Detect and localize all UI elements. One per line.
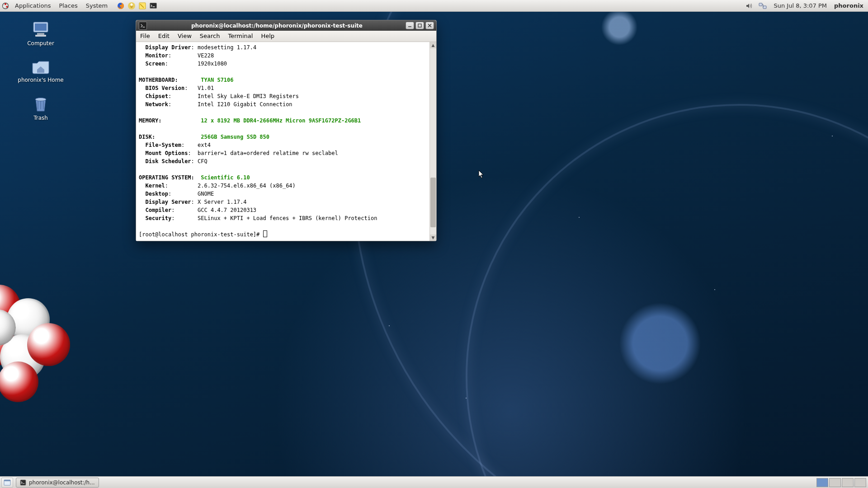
svg-rect-15 [418, 24, 421, 27]
terminal-icon [20, 479, 26, 486]
svg-point-14 [35, 98, 46, 101]
svg-point-3 [6, 6, 8, 8]
bottom-panel: phoronix@localhost:/h... [0, 476, 868, 488]
wallpaper-star [714, 289, 715, 290]
taskbar-button-label: phoronix@localhost:/h... [29, 479, 95, 486]
svg-rect-8 [759, 3, 762, 6]
svg-point-1 [5, 3, 6, 5]
scrollbar-down-button[interactable]: ▼ [430, 235, 436, 241]
terminal-scrollbar[interactable]: ▲ ▼ [429, 42, 436, 241]
menu-system[interactable]: System [82, 0, 112, 11]
folder-home-icon [31, 58, 51, 75]
wallpaper-star [579, 217, 580, 218]
menu-edit[interactable]: Edit [154, 31, 174, 42]
workspace-switcher[interactable] [816, 478, 866, 487]
wallpaper-star [832, 136, 833, 136]
workspace-4[interactable] [854, 478, 866, 487]
menu-places[interactable]: Places [55, 0, 81, 11]
window-titlebar[interactable]: phoronix@localhost:/home/phoronix/phoron… [136, 20, 436, 31]
scrollbar-up-button[interactable]: ▲ [430, 42, 436, 48]
user-menu[interactable]: phoronix [832, 2, 865, 9]
window-minimize-button[interactable] [406, 22, 414, 29]
terminal-cursor [263, 230, 267, 237]
window-title: phoronix@localhost:/home/phoronix/phoron… [150, 23, 404, 29]
top-panel: Applications Places System Sun Jul 8, 3:… [0, 0, 868, 12]
wallpaper-star [466, 398, 467, 399]
wallpaper-atom [0, 285, 90, 402]
evolution-mail-icon[interactable] [127, 1, 136, 10]
mouse-cursor-icon [478, 170, 485, 179]
taskbar-button-terminal[interactable]: phoronix@localhost:/h... [16, 478, 99, 488]
terminal-icon [139, 22, 147, 30]
menu-file[interactable]: File [136, 31, 154, 42]
window-maximize-button[interactable] [415, 22, 424, 29]
menu-terminal[interactable]: Terminal [224, 31, 257, 42]
notes-icon[interactable] [138, 1, 147, 10]
svg-rect-11 [35, 23, 47, 31]
terminal-body: Display Driver: modesetting 1.17.4 Monit… [136, 42, 436, 241]
show-desktop-button[interactable] [1, 478, 13, 488]
svg-rect-9 [763, 6, 766, 9]
scrollbar-thumb[interactable] [430, 178, 436, 227]
svg-point-2 [3, 6, 5, 8]
menu-view[interactable]: View [174, 31, 196, 42]
distro-logo-icon[interactable] [1, 1, 10, 10]
desktop-icon-computer[interactable]: Computer [14, 20, 68, 47]
volume-icon[interactable] [745, 1, 754, 10]
desktop-icon-label: phoronix's Home [14, 77, 68, 83]
terminal-prompt: [root@localhost phoronix-test-suite]# [139, 231, 263, 238]
workspace-1[interactable] [816, 478, 828, 487]
workspace-2[interactable] [829, 478, 841, 487]
terminal-launcher-icon[interactable] [149, 1, 158, 10]
clock[interactable]: Sun Jul 8, 3:07 PM [771, 2, 830, 9]
desktop-icon-home[interactable]: phoronix's Home [14, 58, 68, 83]
terminal-output[interactable]: Display Driver: modesetting 1.17.4 Monit… [136, 42, 429, 241]
svg-rect-17 [4, 480, 10, 481]
desktop-icon-trash[interactable]: Trash [14, 95, 68, 121]
menu-applications[interactable]: Applications [11, 0, 55, 11]
svg-rect-7 [150, 3, 157, 8]
firefox-icon[interactable] [116, 1, 125, 10]
computer-icon [31, 20, 51, 38]
terminal-menubar: File Edit View Search Terminal Help [136, 31, 436, 42]
menu-help[interactable]: Help [257, 31, 278, 42]
desktop-icon-label: Computer [14, 40, 68, 47]
desktop-icon-label: Trash [14, 115, 68, 121]
trash-icon [32, 95, 50, 113]
svg-rect-13 [35, 35, 46, 37]
window-close-button[interactable] [425, 22, 434, 29]
menu-search[interactable]: Search [196, 31, 224, 42]
wallpaper-star [389, 325, 390, 326]
workspace-3[interactable] [842, 478, 854, 487]
network-icon[interactable] [758, 1, 767, 10]
svg-rect-18 [20, 480, 26, 485]
terminal-window: phoronix@localhost:/home/phoronix/phoron… [136, 20, 437, 241]
svg-rect-12 [37, 33, 44, 35]
